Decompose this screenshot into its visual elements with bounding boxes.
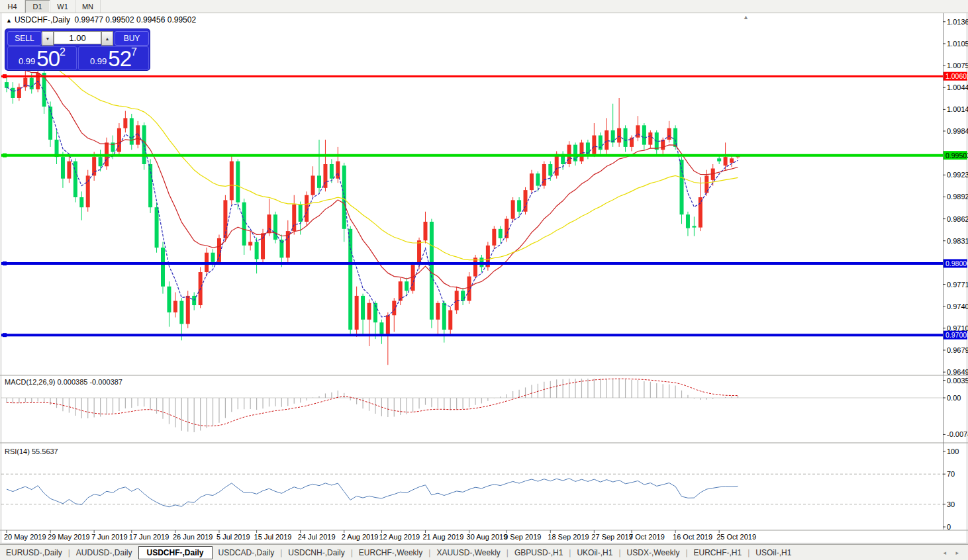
candle-body — [79, 197, 83, 207]
candle-body — [330, 164, 334, 179]
candle-body — [386, 315, 390, 334]
hline-handle — [3, 74, 7, 78]
date-axis-label: 15 Jul 2019 — [254, 533, 292, 541]
candle-body — [367, 303, 371, 320]
sell-button[interactable]: SELL — [7, 31, 42, 46]
tf-button-D1[interactable]: D1 — [25, 0, 50, 13]
candle-body — [699, 197, 702, 228]
candle-body — [355, 296, 359, 330]
candle-body — [99, 157, 103, 166]
candle-body — [348, 229, 352, 330]
price-axis-label: 0.98925 — [947, 193, 968, 201]
price-axis-label: 1.00750 — [947, 62, 968, 70]
date-axis-label: 2 Aug 2019 — [342, 533, 379, 541]
candle-body — [211, 253, 215, 262]
candle-body — [167, 287, 171, 312]
candle-body — [473, 257, 477, 276]
macd-axis-label: 0.003574 — [947, 377, 968, 385]
candle-body — [136, 125, 140, 144]
price-axis-label: 0.96795 — [947, 346, 968, 354]
date-axis-label: 25 Oct 2019 — [716, 533, 756, 541]
candle-body — [392, 301, 396, 316]
date-axis-label: 21 Aug 2019 — [422, 533, 463, 541]
candle-body — [530, 173, 534, 190]
buy-price-box[interactable]: 0.99 52 7 — [78, 46, 149, 70]
tab-usdcad-daily[interactable]: USDCAD-,Daily — [213, 547, 281, 559]
tab-ukoil-h1[interactable]: UKOil-,H1 — [571, 547, 618, 559]
platform-window: 1.013601.010551.007501.004451.001400.998… — [0, 0, 968, 560]
candle-body — [336, 162, 340, 179]
candle-body — [273, 214, 277, 240]
chart-canvas[interactable]: 1.013601.010551.007501.004451.001400.998… — [0, 0, 968, 560]
candle-body — [692, 226, 696, 227]
tab-eurchf-weekly[interactable]: EURCHF-,Weekly — [353, 547, 428, 559]
candle-body — [248, 242, 252, 245]
date-axis-label: 7 Oct 2019 — [629, 533, 665, 541]
sell-price-box[interactable]: 0.99 50 2 — [7, 46, 77, 70]
price-badge-label: 0.99503 — [945, 152, 968, 160]
price-axis-label: 0.98315 — [947, 237, 968, 245]
rsi-value: 55.5637 — [32, 447, 58, 455]
tab-gbpusd-h1[interactable]: GBPUSD-,H1 — [508, 547, 569, 559]
hline-handle — [3, 154, 7, 158]
candle-body — [461, 291, 465, 301]
volume-decrease-icon[interactable]: ▼ — [42, 31, 54, 46]
candle-body — [492, 229, 496, 246]
buy-price-pip: 7 — [131, 48, 137, 57]
collapse-panel-icon[interactable]: ▲ — [6, 17, 12, 24]
candle-body — [517, 200, 521, 211]
tab-scroll-arrows-icon[interactable]: ◂ ▸ — [943, 549, 963, 556]
candle-body — [123, 118, 127, 128]
rsi-axis-label: 70 — [947, 470, 955, 478]
tab-usdchf-daily[interactable]: USDCHF-,Daily — [138, 546, 213, 559]
candle-body — [255, 242, 259, 259]
tab-usoil-h1[interactable]: USOil-,H1 — [750, 547, 797, 559]
rsi-axis-label: 100 — [947, 447, 959, 455]
tab-eurusd-daily[interactable]: EURUSD-,Daily — [0, 547, 68, 559]
candle-body — [505, 219, 508, 238]
candle-body — [117, 128, 121, 152]
candle-body — [73, 162, 77, 197]
candle-body — [630, 138, 634, 147]
candle-body — [242, 203, 246, 246]
date-axis-label: 26 Jun 2019 — [173, 533, 213, 541]
sell-price-big: 50 — [36, 49, 60, 69]
price-axis-label: 0.99840 — [947, 127, 968, 135]
candle-body — [11, 88, 15, 98]
candle-body — [499, 229, 503, 238]
tab-usdcnh-daily[interactable]: USDCNH-,Daily — [282, 547, 350, 559]
tab-audusd-daily[interactable]: AUDUSD-,Daily — [70, 547, 138, 559]
candle-body — [67, 162, 71, 179]
tab-usdx-weekly[interactable]: USDX-,Weekly — [621, 547, 686, 559]
candle-body — [186, 296, 190, 324]
candle-body — [399, 281, 403, 301]
date-axis-label: 9 Sep 2019 — [504, 533, 541, 541]
tf-button-MN[interactable]: MN — [75, 0, 101, 13]
candle-body — [648, 132, 652, 144]
tf-button-H4[interactable]: H4 — [0, 0, 25, 13]
buy-button[interactable]: BUY — [115, 31, 149, 46]
chart-scroll-marker-icon[interactable]: ▲ — [743, 14, 749, 21]
volume-increase-icon[interactable]: ▲ — [101, 31, 113, 46]
tab-eurchf-h1[interactable]: EURCHF-,H1 — [688, 547, 748, 559]
candle-body — [292, 205, 296, 231]
candle-body — [555, 154, 559, 176]
date-axis-label: 24 Jul 2019 — [298, 533, 336, 541]
candle-body — [686, 214, 690, 228]
price-axis-label: 1.00140 — [947, 105, 968, 113]
volume-control: ▼ 1.00 ▲ — [42, 31, 113, 44]
candle-body — [261, 233, 265, 259]
tab-xauusd-weekly[interactable]: XAUUSD-,Weekly — [430, 547, 506, 559]
price-axis-label: 0.97405 — [947, 303, 968, 310]
candle-body — [511, 200, 515, 218]
candle-body — [730, 158, 734, 163]
candle-body — [536, 173, 540, 185]
candle-body — [611, 130, 615, 142]
volume-input[interactable]: 1.00 — [54, 31, 101, 44]
date-axis-label: 20 May 2019 — [4, 533, 46, 541]
tf-button-W1[interactable]: W1 — [50, 0, 75, 13]
macd-hist-value: 0.000385 — [57, 378, 87, 386]
chart-symbol-label: USDCHF-,Daily — [15, 15, 70, 24]
rsi-axis-label: 0 — [947, 523, 951, 531]
candle-body — [361, 296, 365, 320]
